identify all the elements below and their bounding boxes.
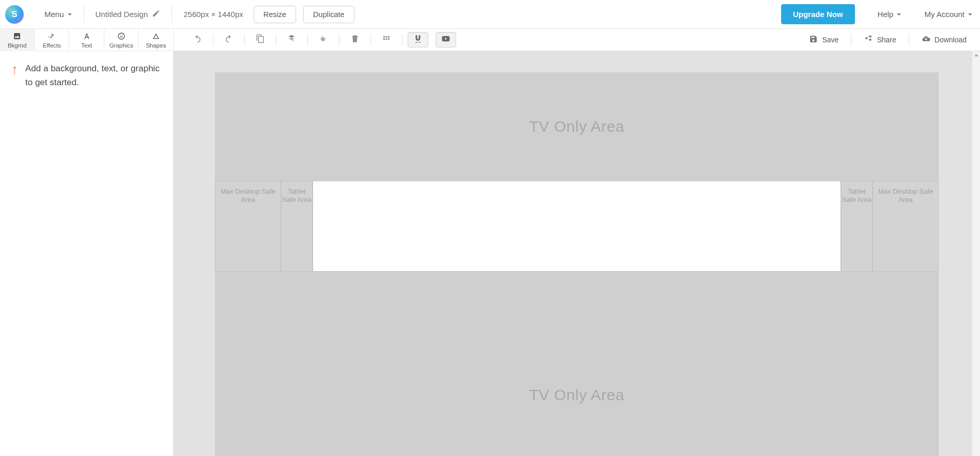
tab-shapes[interactable]: Shapes — [139, 29, 174, 51]
tv-only-area-bottom: TV Only Area — [215, 272, 939, 456]
top-header: S Menu Untitled Design 2560px × 1440px R… — [0, 0, 980, 29]
snap-toggle[interactable] — [408, 32, 428, 48]
max-desktop-safe-left: Max Desktop Safe Area — [215, 181, 281, 272]
triangle-icon — [152, 32, 160, 41]
share-icon — [864, 35, 873, 45]
tv-only-label-bottom: TV Only Area — [215, 386, 939, 404]
app-logo[interactable]: S — [5, 5, 24, 24]
design-title-text: Untitled Design — [96, 10, 148, 19]
magnet-icon — [413, 34, 423, 45]
divider — [84, 6, 84, 23]
divider — [909, 34, 909, 45]
tab-background[interactable]: Bkgrnd — [0, 29, 35, 51]
resize-button-label: Resize — [263, 10, 286, 19]
cloud-download-icon — [922, 35, 930, 45]
account-label: My Account — [924, 10, 965, 19]
vertical-scrollbar[interactable] — [972, 51, 980, 456]
duplicate-button[interactable]: Duplicate — [303, 6, 354, 23]
grid-button[interactable] — [376, 32, 397, 48]
tab-text[interactable]: Text — [69, 29, 104, 51]
copy-button[interactable] — [250, 32, 271, 48]
secondary-toolbar-row: Bkgrnd Effects Text Graphics Shapes — [0, 29, 980, 51]
caret-down-icon — [896, 10, 901, 19]
tablet-label-l1: Tablet — [288, 187, 306, 196]
caret-down-icon — [968, 10, 973, 19]
layers-up-icon — [319, 34, 328, 45]
getting-started-hint: ↑ Add a background, text, or graphic to … — [11, 61, 162, 89]
max-desktop-label-l1: Max Desktop Safe — [878, 187, 933, 196]
trash-icon — [350, 34, 360, 45]
right-action-group: Save Share Download — [456, 34, 972, 45]
divider — [213, 34, 213, 45]
tablet-safe-left: Tablet Safe Area — [281, 181, 313, 272]
main-area: ↑ Add a background, text, or graphic to … — [0, 51, 980, 456]
tab-background-label: Bkgrnd — [8, 42, 26, 49]
max-desktop-safe-right: Max Desktop Safe Area — [873, 181, 939, 272]
image-icon — [13, 32, 21, 41]
tab-effects[interactable]: Effects — [35, 29, 69, 51]
share-label: Share — [877, 36, 896, 44]
design-title[interactable]: Untitled Design — [96, 9, 161, 19]
tablet-safe-right: Tablet Safe Area — [841, 181, 873, 272]
upgrade-button[interactable]: Upgrade Now — [781, 4, 855, 24]
redo-button[interactable] — [219, 32, 239, 48]
pencil-edit-icon — [152, 9, 160, 19]
app-logo-letter: S — [11, 9, 17, 20]
undo-button[interactable] — [187, 32, 208, 48]
save-icon — [809, 35, 818, 45]
layer-front-button[interactable] — [313, 32, 334, 48]
download-button[interactable]: Download — [916, 35, 972, 45]
divider — [244, 34, 245, 45]
tv-only-label-top: TV Only Area — [215, 118, 939, 135]
max-desktop-label-l2: Area — [241, 196, 255, 204]
youtube-icon — [441, 34, 450, 45]
canvas-dimensions: 2560px × 1440px — [183, 10, 243, 19]
account-dropdown[interactable]: My Account — [924, 10, 973, 19]
help-label: Help — [878, 10, 894, 19]
caret-down-icon — [67, 10, 72, 19]
tab-effects-label: Effects — [43, 42, 61, 49]
menu-label: Menu — [44, 10, 64, 19]
menu-dropdown[interactable]: Menu — [44, 10, 72, 19]
tool-tab-strip: Bkgrnd Effects Text Graphics Shapes — [0, 29, 174, 51]
tab-shapes-label: Shapes — [146, 42, 166, 49]
layers-down-icon — [287, 34, 297, 45]
divider — [172, 6, 172, 23]
youtube-safezone-toggle[interactable] — [435, 32, 456, 48]
divider — [276, 34, 276, 45]
tab-graphics[interactable]: Graphics — [104, 29, 139, 51]
artboard[interactable]: TV Only Area Max Desktop Safe Area Table… — [215, 72, 939, 456]
scroll-up-arrow[interactable] — [972, 51, 980, 59]
max-desktop-label-l2: Area — [898, 196, 912, 204]
save-label: Save — [822, 36, 838, 44]
divider — [339, 34, 339, 45]
download-label: Download — [935, 36, 967, 44]
divider — [307, 34, 308, 45]
delete-button[interactable] — [345, 32, 365, 48]
layer-back-button[interactable] — [282, 32, 302, 48]
save-button[interactable]: Save — [804, 35, 844, 45]
redo-icon — [224, 34, 234, 45]
divider — [402, 34, 402, 45]
upgrade-button-label: Upgrade Now — [793, 10, 843, 19]
canvas-viewport[interactable]: TV Only Area Max Desktop Safe Area Table… — [174, 51, 980, 456]
duplicate-button-label: Duplicate — [313, 10, 344, 19]
help-dropdown[interactable]: Help — [878, 10, 902, 19]
left-panel: ↑ Add a background, text, or graphic to … — [0, 51, 174, 456]
tablet-label-l2: Safe Area — [282, 196, 312, 204]
smile-icon — [117, 32, 126, 41]
center-safe-area[interactable] — [313, 181, 841, 272]
max-desktop-label-l1: Max Desktop Safe — [221, 187, 275, 196]
resize-button[interactable]: Resize — [254, 6, 296, 23]
tablet-label-l1: Tablet — [848, 187, 866, 196]
safe-area-row: Max Desktop Safe Area Tablet Safe Area T… — [215, 181, 939, 272]
hint-text: Add a background, text, or graphic to ge… — [25, 61, 162, 89]
copy-icon — [256, 34, 265, 45]
tab-text-label: Text — [81, 42, 92, 49]
text-a-icon — [83, 32, 91, 41]
grid-icon — [382, 34, 391, 45]
tv-only-area-top: TV Only Area — [215, 72, 939, 181]
tab-graphics-label: Graphics — [110, 42, 133, 49]
divider — [370, 34, 371, 45]
share-button[interactable]: Share — [859, 35, 901, 45]
